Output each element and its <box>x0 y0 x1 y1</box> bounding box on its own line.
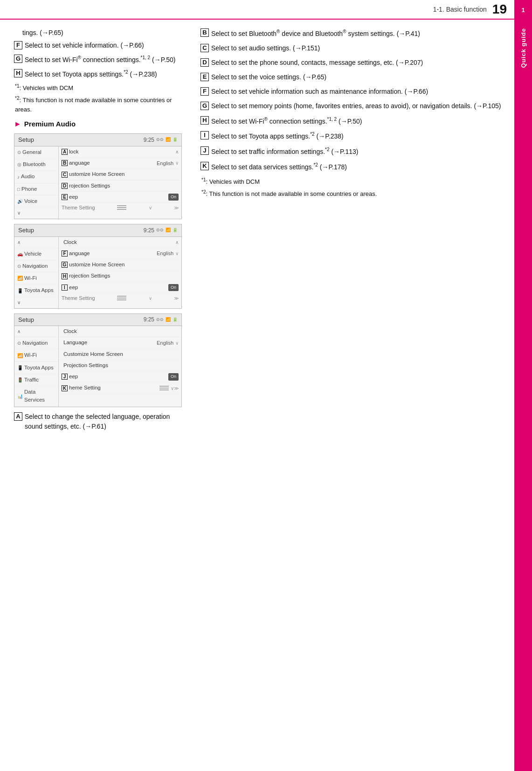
text-g: Select to set Wi-Fi® connection settings… <box>25 54 188 65</box>
premium-audio-heading: ► Premium Audio <box>14 118 188 130</box>
screen-1-content: A lock ∧ B anguage English ∨ C ustomize … <box>59 146 181 219</box>
text-f: Select to set vehicle information. (→P.6… <box>25 41 188 50</box>
screen-1-title: Setup <box>18 135 34 145</box>
text-i-r: Select to set Toyota apps settings.*2 (→… <box>211 131 507 141</box>
left-column: tings. (→P.65) F Select to set vehicle i… <box>0 20 196 771</box>
label-i-r: I <box>200 131 209 139</box>
screen-3-nav: ∧ ⊙ Navigation 📶 Wi-Fi 📱 Toyota Apps 🚦 T… <box>14 326 59 407</box>
label-c-r: C <box>200 44 209 52</box>
label-d-r: D <box>200 58 209 67</box>
text-j-r: Select to set traffic information settin… <box>211 146 507 157</box>
menu-label-d: D <box>62 183 68 189</box>
bottom-item-a: A Select to change the selected language… <box>14 412 188 431</box>
screen-3-title: Setup <box>18 315 34 325</box>
nav-voice: 🔊 Voice <box>14 195 58 208</box>
menu-row-h: H rojection Settings <box>59 271 181 282</box>
toggle-i: On <box>168 284 179 292</box>
right-footnote-2: *2: This function is not made available … <box>200 188 507 199</box>
right-item-e: E Select to set the voice settings. (→P.… <box>200 72 507 82</box>
right-item-g: G Select to set memory points (home, fav… <box>200 101 507 111</box>
setup-screen-2: Setup 9:25 ⊙⊙ 📶 🔋 ∧ 🚗 Vehicle ⊙ Navigati… <box>14 224 182 309</box>
chapter-number: 1 <box>514 5 532 15</box>
label-g: G <box>14 55 22 63</box>
nav-down-2: ∨ <box>14 297 58 308</box>
text-d-r: Select to set the phone sound, contacts,… <box>211 58 507 68</box>
nav-bluetooth: ◎ Bluetooth <box>14 159 58 171</box>
menu-label-e: E <box>62 194 68 200</box>
menu-row-c: C ustomize Home Screen <box>59 169 181 180</box>
premium-audio-label: Premium Audio <box>24 119 76 130</box>
menu-row-k: K heme Setting ∨ ≫ <box>59 382 181 394</box>
screen-2-time: 9:25 ⊙⊙ 📶 🔋 <box>144 226 178 235</box>
label-b-r: B <box>200 28 209 37</box>
menu-row-b: B anguage English ∨ <box>59 158 181 169</box>
menu-label-b: B <box>62 160 68 166</box>
menu-label-f: F <box>62 250 68 257</box>
toggle-e: On <box>168 194 179 201</box>
screen-2-title: Setup <box>18 226 34 235</box>
menu-label-g2: G <box>62 262 68 268</box>
nav-general: ⊙ General <box>14 146 58 159</box>
screen-3-body: ∧ ⊙ Navigation 📶 Wi-Fi 📱 Toyota Apps 🚦 T… <box>14 326 181 407</box>
text-g-r: Select to set memory points (home, favor… <box>211 101 507 111</box>
nav-navigation: ⊙ Navigation <box>14 260 58 272</box>
nav-vehicle: 🚗 Vehicle <box>14 248 58 260</box>
page-number: 19 <box>492 2 507 17</box>
text-h-r: Select to set Wi-Fi® connection settings… <box>211 116 507 126</box>
nav-up-3: ∧ <box>14 326 58 337</box>
label-g-r: G <box>200 102 209 110</box>
text-c-r: Select to set audio settings. (→P.151) <box>211 43 507 53</box>
nav-wifi: 📶 Wi-Fi <box>14 272 58 285</box>
main-content: tings. (→P.65) F Select to set vehicle i… <box>0 20 514 771</box>
text-e-r: Select to set the voice settings. (→P.65… <box>211 72 507 82</box>
screen-1-time: 9:25 ⊙⊙ 📶 🔋 <box>144 136 178 144</box>
nav-navigation-3: ⊙ Navigation <box>14 337 58 349</box>
screen-3-header: Setup 9:25 ⊙⊙ 📶 🔋 <box>14 314 181 326</box>
menu-row-j: J eep On <box>59 371 181 382</box>
text-h: Select to set Toyota apps settings.*2 (→… <box>25 69 188 79</box>
right-item-f: F Select to set vehicle information such… <box>200 87 507 97</box>
label-h: H <box>14 69 22 77</box>
menu-row-a: A lock ∧ <box>59 146 181 158</box>
nav-down-1: ∨ <box>14 208 58 219</box>
right-item-d: D Select to set the phone sound, contact… <box>200 58 507 68</box>
right-item-k: K Select to set data services settings.*… <box>200 161 507 172</box>
text-f-r: Select to set vehicle information such a… <box>211 87 507 97</box>
nav-up-2: ∧ <box>14 237 58 248</box>
screen-3-time: 9:25 ⊙⊙ 📶 🔋 <box>144 315 178 324</box>
right-item-h: H Select to set Wi-Fi® connection settin… <box>200 116 507 126</box>
arrow-icon: ► <box>14 118 21 130</box>
menu-row-lang-3: Language English ∨ <box>59 337 181 348</box>
left-item-h: H Select to set Toyota apps settings.*2 … <box>14 69 188 79</box>
nav-toyota-3: 📱 Toyota Apps <box>14 362 58 374</box>
page-header: 1-1. Basic function 19 <box>0 0 514 20</box>
screen-2-header: Setup 9:25 ⊙⊙ 📶 🔋 <box>14 224 181 237</box>
nav-wifi-3: 📶 Wi-Fi <box>14 349 58 361</box>
text-k-r: Select to set data services settings.*2 … <box>211 161 507 172</box>
label-f: F <box>14 41 22 49</box>
nav-phone: □ Phone <box>14 183 58 195</box>
setup-screen-1: Setup 9:25 ⊙⊙ 📶 🔋 ⊙ General ◎ Bluetooth … <box>14 133 182 219</box>
nav-data-services: 📊 Data Services <box>14 386 58 407</box>
menu-row-chs-3: Customize Home Screen <box>59 349 181 360</box>
right-column: B Select to set Bluetooth® device and Bl… <box>196 20 514 771</box>
footnote-2: *2: This function is not made available … <box>14 95 188 114</box>
label-e-r: E <box>200 73 209 81</box>
right-item-i: I Select to set Toyota apps settings.*2 … <box>200 131 507 141</box>
screen-1-body: ⊙ General ◎ Bluetooth ♪ Audio □ Phone 🔊 … <box>14 146 181 219</box>
left-item-g: G Select to set Wi-Fi® connection settin… <box>14 54 188 65</box>
menu-row-i: I eep On <box>59 282 181 293</box>
theme-row-2: Theme Setting ∨ ≫ <box>59 293 181 303</box>
section-title: 1-1. Basic function <box>433 6 487 13</box>
label-h-r: H <box>200 116 209 125</box>
menu-label-a: A <box>62 149 68 155</box>
label-j-r: J <box>200 146 209 155</box>
menu-row-clock-3: Clock <box>59 326 181 337</box>
menu-row-d: D rojection Settings <box>59 181 181 192</box>
menu-label-h2: H <box>62 273 68 279</box>
text-b-r: Select to set Bluetooth® device and Blue… <box>211 28 507 39</box>
screen-2-body: ∧ 🚗 Vehicle ⊙ Navigation 📶 Wi-Fi 📱 Toyot… <box>14 237 181 308</box>
menu-row-ps-3: Projection Settings <box>59 360 181 371</box>
label-k-r: K <box>200 162 209 170</box>
menu-row-clock-2: Clock ∧ <box>59 237 181 248</box>
